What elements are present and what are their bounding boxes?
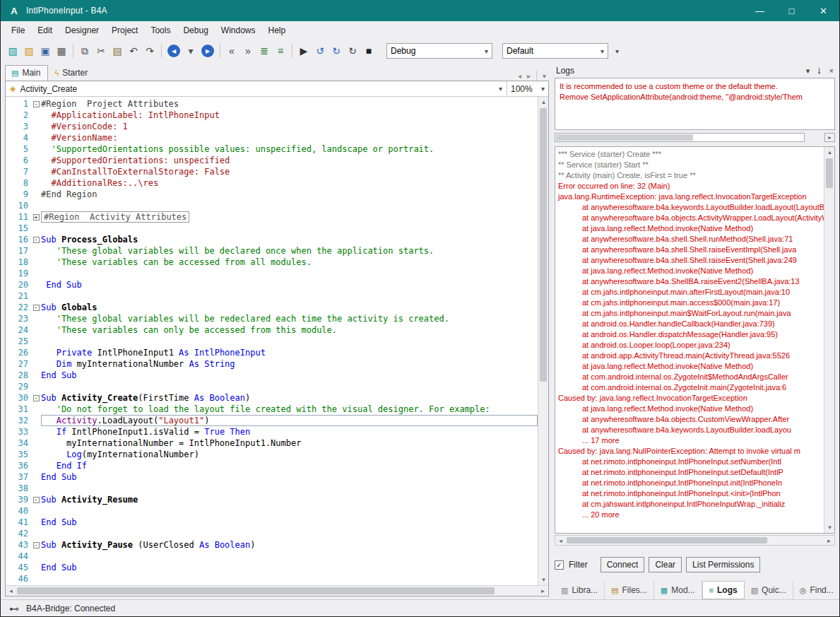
code-line[interactable]: 1-#Region Project Attributes [6, 98, 538, 110]
code-line[interactable]: 9#End Region [6, 189, 538, 200]
scrollbar-thumb[interactable] [826, 158, 833, 188]
panel-tab-mod[interactable]: ▦Mod... [654, 581, 702, 599]
indent-icon[interactable]: » [240, 43, 256, 59]
menu-windows[interactable]: Windows [215, 23, 262, 38]
fold-collapse-icon[interactable]: - [33, 542, 40, 548]
tab-list-icon[interactable]: ▾ [543, 72, 546, 80]
tab-main[interactable]: ▤Main [5, 65, 48, 81]
code-line[interactable]: 8 #AdditionalRes:..\res [6, 177, 538, 189]
code-line[interactable]: 46 [6, 573, 538, 584]
code-line[interactable]: 19 [6, 268, 538, 279]
code-line[interactable]: 7 #CanInstallToExternalStorage: False [6, 166, 538, 177]
code-line[interactable]: 5 'SupportedOrientations possible values… [6, 143, 538, 155]
cut-icon[interactable]: ✂ [93, 43, 109, 59]
fold-collapse-icon[interactable]: - [33, 305, 40, 311]
code-line[interactable]: 25 [6, 336, 538, 347]
scrollbar-thumb[interactable] [567, 537, 767, 543]
panel-tab-files[interactable]: ▤Files... [605, 581, 654, 599]
scrollbar-thumb[interactable] [540, 108, 547, 382]
scroll-down-icon[interactable]: ▾ [824, 522, 835, 533]
panel-tab-find[interactable]: ◎Find... [793, 581, 840, 599]
log-output[interactable]: *** Service (starter) Create ***** Servi… [555, 147, 824, 533]
list-permissions-button[interactable]: List Permissions [686, 557, 760, 572]
code-line[interactable]: 15 [6, 223, 538, 234]
step-over-icon[interactable]: ↻ [329, 43, 344, 59]
menu-help[interactable]: Help [262, 23, 292, 38]
minimize-button[interactable]: — [744, 0, 776, 21]
navigate-back-icon[interactable]: ◀ [167, 45, 180, 57]
close-button[interactable]: ✕ [808, 0, 839, 21]
close-panel-icon[interactable]: × [829, 66, 834, 75]
scroll-up-icon[interactable]: ▴ [538, 97, 549, 107]
tab-starter[interactable]: ϟStarter [48, 65, 95, 81]
connect-button[interactable]: Connect [601, 557, 645, 572]
panel-tab-quic[interactable]: ▧Quic... [745, 581, 793, 599]
code-line[interactable]: 29 [6, 381, 538, 392]
editor-horizontal-scrollbar[interactable]: ◂ ▸ [6, 585, 548, 596]
code-line[interactable]: 2 #ApplicationLabel: IntlPhoneInput [6, 110, 538, 121]
outdent-icon[interactable]: « [224, 43, 239, 59]
fold-collapse-icon[interactable]: - [33, 237, 40, 243]
code-line[interactable]: 27 Dim myInternationalNumber As String [6, 358, 538, 370]
code-line[interactable]: 6 #SupportedOrientations: unspecified [6, 155, 538, 166]
code-line[interactable]: 20 End Sub [6, 279, 538, 290]
code-line[interactable]: 40 [6, 505, 538, 517]
code-line[interactable]: 38 [6, 483, 538, 494]
code-editor[interactable]: 1-#Region Project Attributes2 #Applicati… [6, 97, 538, 585]
scroll-right-icon[interactable]: ▸ [824, 133, 835, 142]
scroll-down-icon[interactable]: ▾ [538, 575, 549, 585]
code-line[interactable]: 31 'Do not forget to load the layout fil… [6, 404, 538, 415]
scroll-right-icon[interactable]: ▸ [824, 536, 834, 546]
log-horizontal-scrollbar[interactable]: ◂ ▸ [555, 535, 835, 546]
run-icon[interactable]: ▶ [296, 43, 312, 59]
scrollbar-thumb[interactable] [556, 134, 693, 141]
clear-button[interactable]: Clear [649, 557, 682, 572]
menu-edit[interactable]: Edit [31, 23, 59, 38]
copy-icon[interactable]: ⧉ [77, 43, 93, 59]
code-line[interactable]: 45End Sub [6, 562, 538, 573]
code-line[interactable]: 43-Sub Activity_Pause (UserClosed As Boo… [6, 539, 538, 551]
menu-tools[interactable]: Tools [144, 23, 177, 38]
code-line[interactable]: 3 #VersionCode: 1 [6, 121, 538, 132]
open-icon[interactable]: ▨ [21, 43, 37, 59]
build-configuration-combo[interactable]: Default ▾ [502, 43, 608, 59]
panel-tab-logs[interactable]: ≡Logs [702, 581, 745, 599]
fold-expand-icon[interactable]: + [33, 214, 40, 221]
scroll-left-icon[interactable]: ◂ [6, 586, 16, 597]
step-into-icon[interactable]: ↺ [312, 43, 328, 59]
code-line[interactable]: 37End Sub [6, 471, 538, 483]
scrollbar-track[interactable] [555, 133, 805, 142]
menu-debug[interactable]: Debug [177, 23, 214, 38]
pin-icon[interactable]: ⊸ [815, 67, 824, 74]
scroll-up-icon[interactable]: ▴ [824, 147, 835, 158]
code-line[interactable]: 36 End If [6, 460, 538, 471]
navigate-forward-icon[interactable]: ▶ [201, 45, 214, 57]
undo-icon[interactable]: ↶ [126, 43, 141, 59]
editor-vertical-scrollbar[interactable]: ▴ ▾ [538, 97, 548, 585]
zoom-combo[interactable]: 100% ▾ [507, 81, 548, 96]
panel-menu-icon[interactable]: ▾ [806, 66, 810, 76]
filter-checkbox[interactable]: ✓ [555, 560, 564, 570]
code-line[interactable]: 41End Sub [6, 517, 538, 528]
fold-collapse-icon[interactable]: - [33, 101, 40, 107]
code-line[interactable]: 10 [6, 200, 538, 211]
code-line[interactable]: 4 #VersionName: [6, 132, 538, 143]
code-line[interactable]: 34 myInternationalNumber = IntlPhoneInpu… [6, 437, 538, 449]
sub-navigator-combo[interactable]: ◈ Activity_Create ▾ [6, 81, 507, 96]
scrollbar-thumb[interactable] [17, 587, 495, 594]
panel-tab-libra[interactable]: ▥Libra... [555, 581, 605, 599]
scroll-left-icon[interactable]: ◂ [555, 536, 566, 546]
comment-icon[interactable]: ≣ [256, 43, 272, 59]
code-line[interactable]: 22-Sub Globals [6, 302, 538, 313]
code-line[interactable]: 17 'These global variables will be decla… [6, 245, 538, 257]
debug-mode-combo[interactable]: Debug ▾ [386, 43, 492, 59]
scroll-right-icon[interactable]: ▸ [538, 586, 548, 597]
warning-horizontal-scrollbar[interactable]: ▸ [555, 132, 835, 142]
save-icon[interactable]: ▣ [37, 43, 53, 59]
stop-icon[interactable]: ■ [361, 43, 377, 59]
find-icon[interactable]: ▦ [54, 43, 69, 59]
code-line[interactable]: 21 [6, 290, 538, 302]
code-line[interactable]: 26 Private IntlPhoneInput1 As IntlPhoneI… [6, 347, 538, 358]
code-line[interactable]: 28End Sub [6, 370, 538, 381]
code-line[interactable]: 11+#Region Activity Attributes [6, 211, 538, 223]
